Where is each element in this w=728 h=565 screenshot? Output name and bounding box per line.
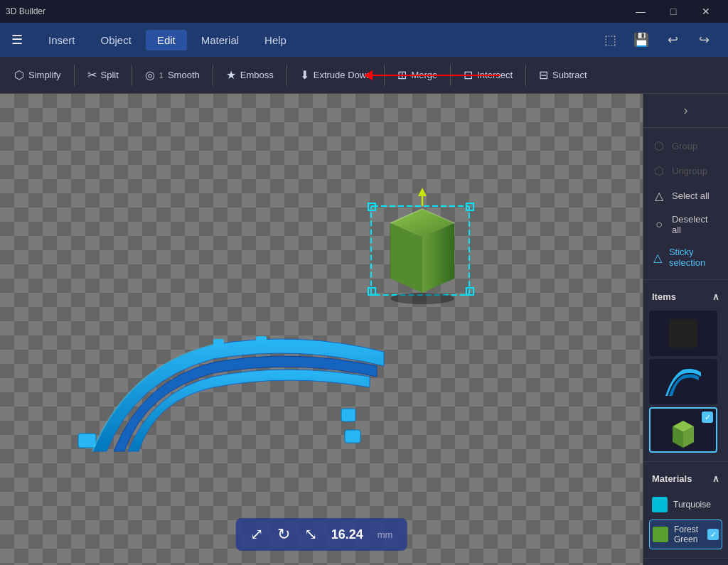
green-cube-object[interactable] [365, 186, 479, 314]
smooth-badge: 1 [159, 71, 164, 80]
arrow-line [373, 75, 500, 76]
smooth-label: Smooth [168, 70, 200, 80]
svg-rect-4 [256, 336, 267, 345]
material-turquoise[interactable]: Turquoise [649, 493, 722, 517]
close-button[interactable]: ✕ [690, 0, 722, 23]
item-selected-check: ✓ [702, 411, 713, 423]
items-section: Items ∧ ✓ [643, 280, 728, 462]
blue-item-svg [662, 364, 705, 399]
ungroup-label: Ungroup [672, 166, 707, 176]
forest-green-swatch [653, 527, 668, 542]
items-header: Items ∧ [643, 286, 728, 308]
items-collapse-icon[interactable]: ∧ [712, 291, 719, 302]
group-section: ⬡ Group ⬡ Ungroup △ Select all ○ Deselec… [643, 128, 728, 280]
sticky-selection-label: Sticky selection [669, 247, 719, 268]
simplify-icon: ⬡ [14, 68, 24, 82]
panel-expand-button[interactable]: › [643, 94, 728, 128]
materials-header: Materials ∧ [643, 468, 728, 490]
hud-rotate-icon[interactable]: ↻ [277, 525, 290, 544]
subtract-button[interactable]: ⊟ Subtract [530, 64, 595, 86]
toolbar-divider-1 [74, 65, 75, 86]
materials-section: Materials ∧ Turquoise Forest Green ✓ [643, 462, 728, 559]
item-thumbnail-blue[interactable] [649, 359, 717, 404]
split-label: Split [101, 70, 119, 80]
simplify-button[interactable]: ⬡ Simplify [6, 64, 70, 86]
toolbar-divider-3 [213, 65, 213, 86]
materials-header-label: Materials [652, 473, 692, 484]
hud-scale-icon[interactable]: ⤡ [304, 525, 317, 544]
toolbar: ⬡ Simplify ✂ Split ◎ 1 Smooth ★ Emboss ⬇… [0, 57, 728, 94]
undo-icon-button[interactable]: ↩ [660, 27, 685, 53]
emboss-icon: ★ [226, 68, 236, 82]
menu-insert[interactable]: Insert [37, 30, 87, 50]
select-all-icon: △ [652, 189, 666, 203]
menu-material[interactable]: Material [190, 30, 250, 50]
split-icon: ✂ [87, 68, 97, 82]
save-icon-button[interactable]: ⬚ [597, 27, 623, 53]
minimize-button[interactable]: — [624, 0, 657, 23]
hamburger-menu[interactable]: ☰ [6, 28, 28, 51]
material-forest-green[interactable]: Forest Green ✓ [649, 520, 722, 549]
save2-icon-button[interactable]: 💾 [628, 27, 654, 53]
menu-help[interactable]: Help [253, 30, 298, 50]
title-bar: 3D Builder — □ ✕ [0, 0, 728, 23]
extrude-down-icon: ⬇ [300, 68, 309, 82]
emboss-button[interactable]: ★ Emboss [218, 64, 282, 86]
deselect-all-icon: ○ [652, 218, 666, 231]
toolbar-divider-4 [287, 65, 287, 86]
hud-value: 16.24 [331, 527, 363, 542]
group-label: Group [672, 141, 697, 151]
forest-green-check: ✓ [707, 529, 719, 540]
svg-rect-3 [213, 339, 224, 348]
hud-move-icon[interactable]: ⤢ [250, 525, 263, 544]
red-arrow-annotation [364, 70, 500, 80]
main-area: ⤢ ↻ ⤡ 16.24 mm › ⬡ Group ⬡ Ungroup △ Sel… [0, 94, 728, 565]
green-item-svg [662, 411, 705, 450]
extrude-down-label: Extrude Down [314, 70, 372, 80]
menu-edit[interactable]: Edit [146, 30, 187, 50]
emboss-label: Emboss [240, 70, 274, 80]
turquoise-label: Turquoise [673, 500, 719, 510]
deselect-all-action[interactable]: ○ Deselect all [643, 208, 728, 241]
svg-rect-0 [78, 434, 96, 448]
item-thumbnail-black[interactable] [649, 311, 717, 356]
toolbar-divider-7 [525, 65, 526, 86]
redo-icon-button[interactable]: ↪ [691, 27, 717, 53]
black-item-preview [669, 319, 697, 348]
hud-unit: mm [378, 529, 393, 540]
toolbar-divider-2 [132, 65, 132, 86]
app-logo: 3D Builder [6, 6, 46, 16]
item-thumbnail-green[interactable]: ✓ [649, 407, 717, 453]
select-all-label: Select all [672, 190, 710, 201]
blue-track-svg [71, 323, 412, 466]
simplify-label: Simplify [28, 70, 61, 80]
right-panel: › ⬡ Group ⬡ Ungroup △ Select all ○ Desel… [643, 94, 728, 565]
sticky-selection-action[interactable]: △ Sticky selection [643, 241, 728, 274]
materials-collapse-icon[interactable]: ∧ [712, 473, 719, 484]
svg-point-18 [390, 293, 454, 304]
window-controls: — □ ✕ [624, 0, 722, 23]
blue-track-object[interactable] [71, 323, 412, 466]
deselect-all-label: Deselect all [672, 214, 719, 235]
svg-marker-11 [418, 188, 427, 196]
ungroup-icon: ⬡ [652, 164, 666, 178]
ungroup-action[interactable]: ⬡ Ungroup [643, 158, 728, 183]
group-action[interactable]: ⬡ Group [643, 134, 728, 158]
arrow-head [364, 70, 373, 80]
menu-object[interactable]: Object [90, 30, 143, 50]
svg-rect-1 [341, 409, 355, 421]
group-icon: ⬡ [652, 139, 666, 153]
select-all-action[interactable]: △ Select all [643, 183, 728, 208]
items-header-label: Items [652, 291, 676, 302]
green-cube-svg [365, 186, 479, 314]
split-button[interactable]: ✂ Split [79, 64, 127, 86]
scene-objects [0, 94, 643, 565]
maximize-button[interactable]: □ [657, 0, 690, 23]
materials-list: Turquoise Forest Green ✓ [643, 490, 728, 552]
smooth-icon: ◎ [145, 68, 155, 82]
items-grid: ✓ [643, 308, 728, 456]
viewport[interactable]: ⤢ ↻ ⤡ 16.24 mm [0, 94, 643, 565]
smooth-button[interactable]: ◎ 1 Smooth [136, 64, 208, 86]
bottom-hud: ⤢ ↻ ⤡ 16.24 mm [236, 518, 407, 551]
sticky-selection-icon: △ [652, 251, 663, 264]
